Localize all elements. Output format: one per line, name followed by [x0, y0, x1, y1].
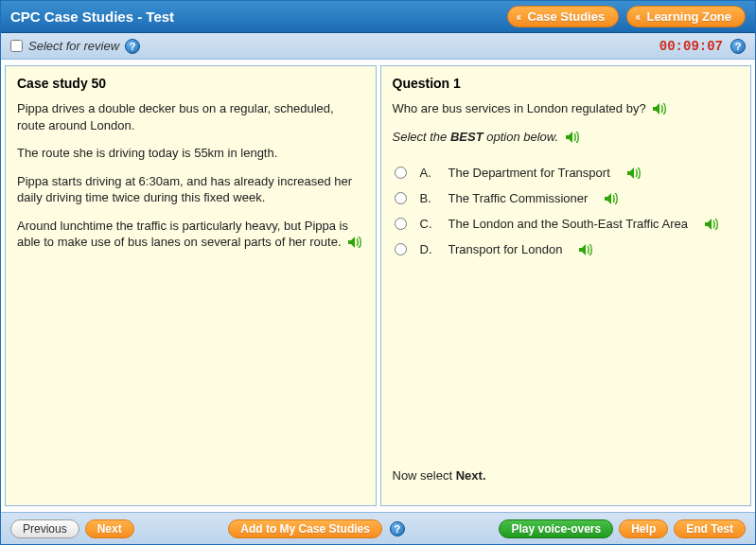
select-for-review-checkbox[interactable]: [10, 40, 23, 52]
option-radio[interactable]: [395, 167, 407, 179]
timer: 00:09:07: [659, 39, 723, 54]
option-radio[interactable]: [395, 243, 407, 255]
case-paragraph: Pippa drives a double decker bus on a re…: [17, 100, 364, 133]
question-prompt: Who are bus services in London regulated…: [393, 100, 740, 117]
audio-icon[interactable]: [705, 217, 720, 231]
audio-icon[interactable]: [605, 191, 620, 205]
case-study-panel: Case study 50 Pippa drives a double deck…: [5, 65, 377, 506]
learning-zone-label: Learning Zone: [646, 9, 731, 24]
option-letter: A.: [420, 166, 435, 180]
next-hint: Now select Next.: [393, 439, 740, 484]
next-button[interactable]: Next: [85, 519, 134, 538]
previous-button[interactable]: Previous: [10, 519, 79, 538]
play-voice-overs-button[interactable]: Play voice-overs: [499, 519, 613, 538]
case-studies-label: Case Studies: [528, 9, 606, 24]
help-icon[interactable]: ?: [125, 39, 140, 54]
audio-icon[interactable]: [653, 100, 668, 117]
chevron-left-icon: «: [517, 9, 519, 24]
select-for-review-label: Select for review: [28, 39, 119, 53]
option-letter: C.: [420, 217, 435, 231]
option-letter: D.: [420, 242, 435, 256]
footer-bar: Previous Next Add to My Case Studies ? P…: [1, 512, 755, 544]
case-paragraph: The route she is driving today is 55km i…: [17, 145, 364, 162]
case-studies-button[interactable]: « Case Studies: [507, 6, 619, 27]
question-heading: Question 1: [393, 76, 740, 91]
option-letter: B.: [420, 191, 435, 205]
chevron-left-icon: «: [636, 9, 639, 24]
option-d[interactable]: D. Transport for London: [393, 237, 740, 262]
help-button[interactable]: Help: [619, 519, 668, 538]
app-frame: CPC Case Studies - Test « Case Studies «…: [0, 0, 756, 545]
top-nav: « Case Studies « Learning Zone: [507, 6, 746, 27]
question-instruction: Select the BEST option below.: [393, 129, 740, 146]
option-radio[interactable]: [395, 218, 407, 230]
app-title: CPC Case Studies - Test: [10, 9, 507, 25]
audio-icon[interactable]: [348, 234, 363, 251]
learning-zone-button[interactable]: « Learning Zone: [626, 6, 746, 27]
option-text: The London and the South-East Traffic Ar…: [448, 217, 688, 231]
option-radio[interactable]: [395, 192, 407, 204]
option-c[interactable]: C. The London and the South-East Traffic…: [393, 211, 740, 237]
end-test-button[interactable]: End Test: [674, 519, 746, 538]
title-bar: CPC Case Studies - Test « Case Studies «…: [1, 1, 755, 33]
case-paragraph: Pippa starts driving at 6:30am, and has …: [17, 173, 364, 206]
option-a[interactable]: A. The Department for Transport: [393, 160, 740, 185]
case-study-heading: Case study 50: [17, 76, 364, 91]
option-text: Transport for London: [448, 242, 563, 256]
options-list: A. The Department for Transport B. The T…: [393, 160, 740, 262]
option-text: The Department for Transport: [448, 166, 610, 180]
audio-icon[interactable]: [627, 166, 642, 180]
sub-bar: Select for review ? 00:09:07 ?: [1, 33, 755, 60]
question-panel: Question 1 Who are bus services in Londo…: [380, 65, 752, 506]
audio-icon[interactable]: [566, 129, 581, 146]
help-icon[interactable]: ?: [730, 39, 746, 54]
option-text: The Traffic Commissioner: [448, 191, 589, 205]
case-paragraph: Around lunchtime the traffic is particul…: [17, 218, 364, 251]
option-b[interactable]: B. The Traffic Commissioner: [393, 185, 740, 211]
audio-icon[interactable]: [579, 242, 594, 256]
content-area: Case study 50 Pippa drives a double deck…: [1, 60, 755, 512]
add-to-my-case-studies-button[interactable]: Add to My Case Studies: [228, 519, 382, 538]
help-icon[interactable]: ?: [390, 521, 405, 536]
